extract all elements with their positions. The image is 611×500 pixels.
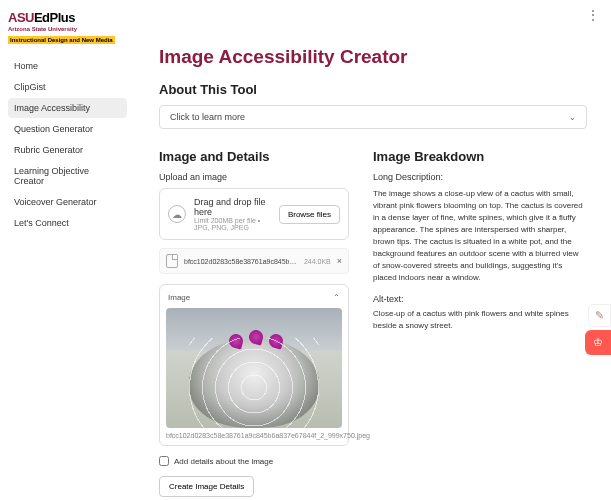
page-title: Image Accessibility Creator	[159, 46, 587, 68]
nav-list: Home ClipGist Image Accessibility Questi…	[8, 56, 127, 233]
about-heading: About This Tool	[159, 82, 587, 97]
long-description-label: Long Description:	[373, 172, 587, 182]
nav-voiceover-generator[interactable]: Voiceover Generator	[8, 192, 127, 212]
uploaded-file-row: bfcc102d0283c58e38761a9c845b0a837e... 24…	[159, 248, 349, 274]
logo-brand-edplus: EdPlus	[34, 10, 75, 25]
add-details-checkbox-row[interactable]: Add details about the image	[159, 456, 349, 466]
file-size: 244.0KB	[304, 258, 331, 265]
nav-question-generator[interactable]: Question Generator	[8, 119, 127, 139]
image-details-heading: Image and Details	[159, 149, 349, 164]
breakdown-column: Image Breakdown Long Description: The im…	[373, 149, 587, 497]
edit-badge[interactable]: ✎	[588, 304, 611, 327]
checkbox-label: Add details about the image	[174, 457, 273, 466]
logo-brand-asu: ASU	[8, 10, 34, 25]
alt-text-label: Alt-text:	[373, 294, 587, 304]
accordion-label: Click to learn more	[170, 112, 245, 122]
file-icon	[166, 254, 178, 268]
topbar: ⋮	[587, 8, 599, 22]
preview-label: Image	[168, 293, 190, 302]
dropzone-sub-text: Limit 200MB per file • JPG, PNG, JPEG	[194, 217, 271, 231]
cloud-upload-icon: ☁	[168, 205, 186, 223]
image-preview-card: Image ⌃ bfcc102d0283c58e38761a9c845b6a83…	[159, 284, 349, 446]
nav-home[interactable]: Home	[8, 56, 127, 76]
pencil-icon: ✎	[595, 309, 604, 321]
nav-lets-connect[interactable]: Let's Connect	[8, 213, 127, 233]
add-details-checkbox[interactable]	[159, 456, 169, 466]
dropzone-main-text: Drag and drop file here	[194, 197, 271, 217]
breakdown-heading: Image Breakdown	[373, 149, 587, 164]
alt-text-value: Close-up of a cactus with pink flowers a…	[373, 308, 587, 332]
nav-image-accessibility[interactable]: Image Accessibility	[8, 98, 127, 118]
upload-label: Upload an image	[159, 172, 349, 182]
menu-icon[interactable]: ⋮	[587, 8, 599, 22]
logo-subtitle: Arizona State University	[8, 26, 127, 32]
long-description-text: The image shows a close-up view of a cac…	[373, 188, 587, 284]
logo: ASUEdPlus Arizona State University Instr…	[8, 10, 127, 44]
collapse-icon[interactable]: ⌃	[333, 293, 340, 302]
nav-clipgist[interactable]: ClipGist	[8, 77, 127, 97]
logo-tagline: Instructional Design and New Media	[8, 36, 115, 44]
main-content: ⋮ Image Accessibility Creator About This…	[135, 0, 611, 500]
file-name: bfcc102d0283c58e38761a9c845b0a837e...	[184, 258, 298, 265]
crown-icon: ♔	[593, 336, 603, 349]
nav-learning-objective[interactable]: Learning Objective Creator	[8, 161, 127, 191]
preview-image	[166, 308, 342, 428]
about-accordion[interactable]: Click to learn more ⌄	[159, 105, 587, 129]
remove-file-button[interactable]: ×	[337, 256, 342, 266]
image-details-column: Image and Details Upload an image ☁ Drag…	[159, 149, 349, 497]
sidebar: ASUEdPlus Arizona State University Instr…	[0, 0, 135, 500]
create-image-details-button[interactable]: Create Image Details	[159, 476, 254, 497]
preview-filename: bfcc102d0283c58e38761a9c845b6a837e67844f…	[166, 432, 342, 439]
crown-badge[interactable]: ♔	[585, 330, 611, 355]
chevron-down-icon: ⌄	[569, 113, 576, 122]
upload-dropzone[interactable]: ☁ Drag and drop file here Limit 200MB pe…	[159, 188, 349, 240]
nav-rubric-generator[interactable]: Rubric Generator	[8, 140, 127, 160]
browse-files-button[interactable]: Browse files	[279, 205, 340, 224]
